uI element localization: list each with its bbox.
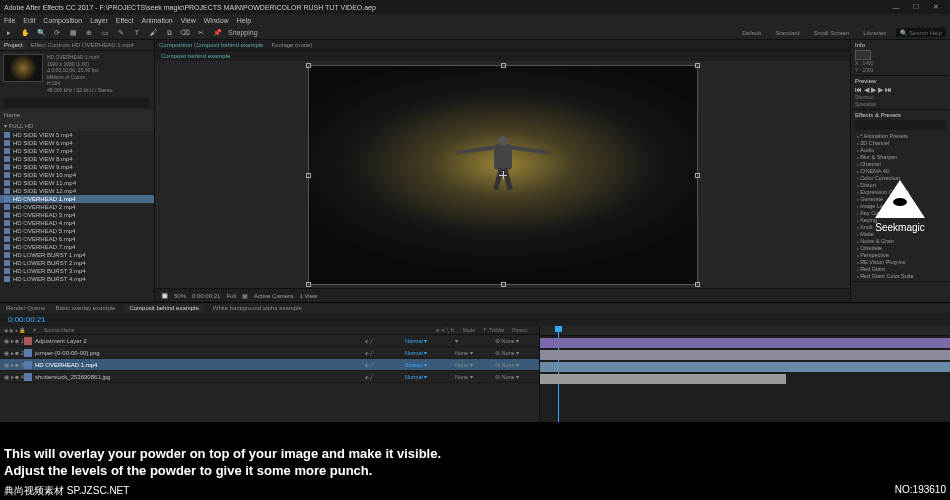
project-search-input[interactable]: [4, 98, 150, 108]
composition-viewer[interactable]: [155, 61, 850, 288]
transform-handle[interactable]: [306, 282, 311, 287]
project-name-column[interactable]: Name: [0, 110, 154, 120]
project-item[interactable]: HD OVERHEAD 4.mp4: [0, 219, 154, 227]
comp-tab-footage[interactable]: Footage (none): [271, 42, 312, 48]
project-item[interactable]: HD LOWER BURST 2.mp4: [0, 259, 154, 267]
timeline-layer-row[interactable]: ◉ ▸ ■ 3HD OVERHEAD 1.mp4⬖ ╱Screen ▾None …: [0, 359, 539, 371]
effects-category[interactable]: Channel: [855, 160, 946, 167]
timeline-timecode[interactable]: 0:00:00:21: [0, 313, 950, 326]
last-frame-icon[interactable]: ⏭: [885, 86, 892, 94]
menu-help[interactable]: Help: [237, 17, 251, 24]
effects-category[interactable]: Audio: [855, 146, 946, 153]
minimize-button[interactable]: —: [886, 4, 906, 11]
transform-handle[interactable]: [501, 282, 506, 287]
canvas[interactable]: [308, 65, 698, 285]
snapping-toggle[interactable]: Snapping: [228, 29, 258, 36]
transform-handle[interactable]: [695, 282, 700, 287]
menu-composition[interactable]: Composition: [43, 17, 82, 24]
comp-breadcrumb[interactable]: Composit behind example: [155, 51, 850, 61]
effects-category[interactable]: Noise & Grain: [855, 237, 946, 244]
menu-layer[interactable]: Layer: [90, 17, 108, 24]
comp-tab-active[interactable]: Composition Composit behind example: [159, 42, 263, 48]
effects-category[interactable]: Obsolete: [855, 244, 946, 251]
hand-tool-icon[interactable]: ✋: [20, 28, 30, 38]
tab-project[interactable]: Project: [0, 40, 27, 50]
tab-effect-controls[interactable]: Effect Controls HD OVERHEAD 1.mp4: [27, 40, 138, 50]
next-frame-icon[interactable]: ▶: [878, 86, 883, 94]
project-item[interactable]: HD LOWER BURST 4.mp4: [0, 275, 154, 283]
timeline-layer-row[interactable]: ◉ ▸ ■ 2jumper-[0-00-00-00].png⬖ ╱Normal …: [0, 347, 539, 359]
view-dropdown[interactable]: 1 View: [299, 293, 317, 299]
workspace-libraries[interactable]: Libraries: [859, 30, 890, 36]
project-item[interactable]: HD OVERHEAD 3.mp4: [0, 211, 154, 219]
play-icon[interactable]: ▶: [871, 86, 876, 94]
project-item[interactable]: HD OVERHEAD 2.mp4: [0, 203, 154, 211]
project-item[interactable]: HD LOWER BURST 3.mp4: [0, 267, 154, 275]
tl-tab-render[interactable]: Render Queue: [6, 305, 45, 311]
project-item[interactable]: HD OVERHEAD 1.mp4: [0, 195, 154, 203]
pen-tool-icon[interactable]: ✎: [116, 28, 126, 38]
clip-bar[interactable]: [540, 374, 786, 384]
grid-icon[interactable]: ▦: [242, 292, 248, 299]
effects-category[interactable]: Blur & Sharpen: [855, 153, 946, 160]
transform-handle[interactable]: [695, 63, 700, 68]
timeline-layer-row[interactable]: ◉ ▸ ■ 1Adjustment Layer 2⬖ ╱Normal ▾ ▾⊚ …: [0, 335, 539, 347]
timeline-tracks[interactable]: [540, 326, 950, 422]
close-button[interactable]: ✕: [926, 3, 946, 11]
magnify-icon[interactable]: 🔲: [161, 292, 168, 299]
project-item[interactable]: HD SIDE VIEW 9.mp4: [0, 163, 154, 171]
menu-view[interactable]: View: [181, 17, 196, 24]
workspace-small[interactable]: Small Screen: [810, 30, 854, 36]
prev-frame-icon[interactable]: ◀: [864, 86, 869, 94]
project-folder[interactable]: ▾ FULL HD: [0, 120, 154, 131]
zoom-dropdown[interactable]: 50%: [174, 293, 186, 299]
rotate-tool-icon[interactable]: ⟳: [52, 28, 62, 38]
project-item[interactable]: HD OVERHEAD 6.mp4: [0, 235, 154, 243]
effects-category[interactable]: Perspective: [855, 251, 946, 258]
maximize-button[interactable]: ☐: [906, 3, 926, 11]
stamp-tool-icon[interactable]: ⧉: [164, 28, 174, 38]
transform-handle[interactable]: [306, 63, 311, 68]
brush-tool-icon[interactable]: 🖌: [148, 28, 158, 38]
project-item[interactable]: HD OVERHEAD 5.mp4: [0, 227, 154, 235]
resolution-dropdown[interactable]: Full: [226, 293, 236, 299]
timeline-ruler[interactable]: [540, 326, 950, 336]
time-display[interactable]: 0:00:00:21: [192, 293, 220, 299]
camera-tool-icon[interactable]: ▦: [68, 28, 78, 38]
transform-handle[interactable]: [695, 173, 700, 178]
shape-tool-icon[interactable]: ▭: [100, 28, 110, 38]
workspace-default[interactable]: Default: [738, 30, 765, 36]
timeline-layer-row[interactable]: ◉ ▸ ■ 4shutterstock_253690861.jpg⬖ ╱Norm…: [0, 371, 539, 383]
project-item[interactable]: HD SIDE VIEW 12.mp4: [0, 187, 154, 195]
effects-category[interactable]: Red Giant: [855, 265, 946, 272]
effects-category[interactable]: Red Giant Color Suite: [855, 272, 946, 279]
clip-bar[interactable]: [540, 350, 950, 360]
project-item[interactable]: HD SIDE VIEW 7.mp4: [0, 147, 154, 155]
anchor-point-icon[interactable]: [499, 171, 507, 179]
puppet-tool-icon[interactable]: 📌: [212, 28, 222, 38]
tl-tab-basic[interactable]: Basic overlay example: [55, 305, 115, 311]
first-frame-icon[interactable]: ⏮: [855, 86, 862, 94]
shortcut-value[interactable]: Spacebar: [855, 101, 946, 108]
project-item[interactable]: HD SIDE VIEW 10.mp4: [0, 171, 154, 179]
clip-bar[interactable]: [540, 362, 950, 372]
project-item[interactable]: HD SIDE VIEW 11.mp4: [0, 179, 154, 187]
search-help-input[interactable]: 🔍 Search Help: [896, 28, 946, 37]
project-item[interactable]: HD SIDE VIEW 5.mp4: [0, 131, 154, 139]
menu-effect[interactable]: Effect: [116, 17, 134, 24]
project-item[interactable]: HD SIDE VIEW 6.mp4: [0, 139, 154, 147]
effects-category[interactable]: CINEMA 4D: [855, 167, 946, 174]
project-item[interactable]: HD LOWER BURST 1.mp4: [0, 251, 154, 259]
workspace-standard[interactable]: Standard: [771, 30, 803, 36]
menu-edit[interactable]: Edit: [23, 17, 35, 24]
effects-category[interactable]: * Animation Presets: [855, 132, 946, 139]
effects-search-input[interactable]: [855, 120, 946, 130]
menu-file[interactable]: File: [4, 17, 15, 24]
text-tool-icon[interactable]: T: [132, 28, 142, 38]
pan-behind-tool-icon[interactable]: ⊕: [84, 28, 94, 38]
clip-bar[interactable]: [540, 338, 950, 348]
transform-handle[interactable]: [501, 63, 506, 68]
selection-tool-icon[interactable]: ▸: [4, 28, 14, 38]
tl-tab-composit[interactable]: Composit behind example: [125, 305, 202, 311]
eraser-tool-icon[interactable]: ⌫: [180, 28, 190, 38]
